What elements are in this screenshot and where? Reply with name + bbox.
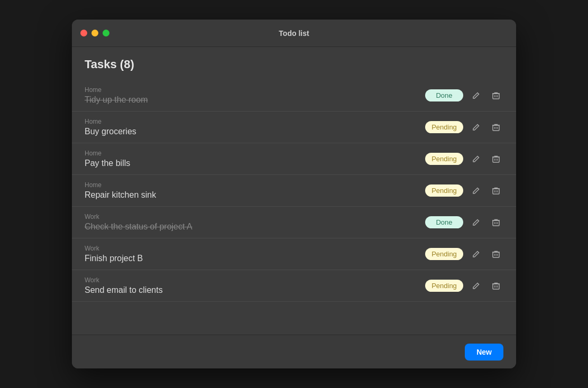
task-info: Home Tidy up the room: [85, 86, 425, 105]
task-info: Work Send email to clients: [85, 276, 425, 295]
edit-icon[interactable]: [468, 120, 483, 135]
header: Tasks (8): [72, 47, 516, 80]
delete-icon[interactable]: [489, 88, 503, 103]
edit-icon[interactable]: [468, 215, 483, 230]
task-item: Work Send email to clients Pending: [72, 270, 516, 302]
task-item: Home Pay the bills Pending: [72, 143, 516, 175]
new-task-button[interactable]: New: [465, 344, 503, 361]
content-area: Tasks (8) Home Tidy up the room Done: [72, 47, 516, 335]
tasks-count-title: Tasks (8): [85, 58, 503, 71]
status-badge: Pending: [425, 153, 463, 165]
titlebar: Todo list: [72, 20, 516, 47]
delete-icon[interactable]: [489, 279, 503, 293]
svg-rect-6: [493, 284, 499, 289]
delete-icon[interactable]: [489, 247, 503, 262]
close-button[interactable]: [80, 30, 87, 36]
task-category: Home: [85, 181, 425, 189]
task-actions: Pending: [425, 152, 503, 167]
delete-icon[interactable]: [489, 183, 503, 198]
status-badge: Pending: [425, 280, 463, 292]
edit-icon[interactable]: [468, 247, 483, 262]
minimize-button[interactable]: [91, 30, 98, 36]
task-actions: Pending: [425, 183, 503, 198]
status-badge: Pending: [425, 248, 463, 260]
task-category: Home: [85, 150, 425, 157]
status-badge: Pending: [425, 184, 463, 197]
task-category: Work: [85, 213, 425, 220]
task-name: Check the status of project A: [85, 222, 425, 232]
task-item: Work Finish project B Pending: [72, 238, 516, 270]
task-category: Work: [85, 276, 425, 284]
delete-icon[interactable]: [489, 120, 503, 135]
edit-icon[interactable]: [468, 183, 483, 198]
task-name: Send email to clients: [85, 285, 425, 295]
task-info: Home Repair kitchen sink: [85, 181, 425, 200]
traffic-lights: [80, 30, 109, 36]
svg-rect-3: [493, 189, 499, 194]
svg-rect-5: [493, 252, 499, 257]
svg-rect-0: [493, 94, 499, 99]
task-category: Work: [85, 245, 425, 252]
task-category: Home: [85, 86, 425, 94]
task-actions: Pending: [425, 279, 503, 293]
status-badge: Done: [425, 89, 463, 101]
task-list: Home Tidy up the room Done: [72, 80, 516, 335]
svg-rect-2: [493, 157, 499, 162]
status-badge: Pending: [425, 121, 463, 133]
maximize-button[interactable]: [103, 30, 109, 36]
svg-rect-1: [493, 125, 499, 131]
delete-icon[interactable]: [489, 215, 503, 230]
footer: New: [72, 335, 516, 368]
task-info: Work Check the status of project A: [85, 213, 425, 232]
window-title: Todo list: [279, 29, 309, 38]
task-name: Repair kitchen sink: [85, 190, 425, 200]
edit-icon[interactable]: [468, 152, 483, 167]
task-item: Home Buy groceries Pending: [72, 112, 516, 143]
task-name: Finish project B: [85, 254, 425, 263]
task-info: Home Buy groceries: [85, 118, 425, 136]
task-name: Tidy up the room: [85, 95, 425, 105]
task-actions: Pending: [425, 247, 503, 262]
main-window: Todo list Tasks (8) Home Tidy up the roo…: [72, 20, 516, 368]
task-info: Work Finish project B: [85, 245, 425, 263]
task-item: Work Check the status of project A Done: [72, 207, 516, 238]
task-info: Home Pay the bills: [85, 150, 425, 168]
task-category: Home: [85, 118, 425, 125]
delete-icon[interactable]: [489, 152, 503, 167]
task-actions: Done: [425, 88, 503, 103]
task-item: Home Repair kitchen sink Pending: [72, 175, 516, 207]
status-badge: Done: [425, 216, 463, 228]
task-item: Home Tidy up the room Done: [72, 80, 516, 112]
svg-rect-4: [493, 220, 499, 226]
edit-icon[interactable]: [468, 279, 483, 293]
task-name: Buy groceries: [85, 127, 425, 136]
task-actions: Pending: [425, 120, 503, 135]
edit-icon[interactable]: [468, 88, 483, 103]
task-name: Pay the bills: [85, 159, 425, 168]
task-actions: Done: [425, 215, 503, 230]
